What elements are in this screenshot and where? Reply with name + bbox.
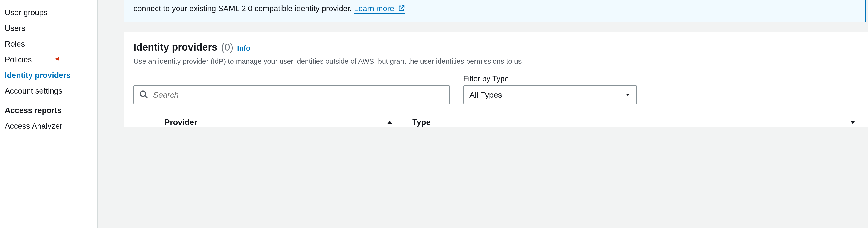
column-header-provider[interactable]: Provider (133, 118, 400, 127)
filter-label: Filter by Type (463, 74, 637, 83)
column-header-type[interactable]: Type (400, 118, 858, 127)
sidebar-item-account-settings[interactable]: Account settings (5, 83, 97, 99)
info-banner: connect to your existing SAML 2.0 compat… (124, 0, 866, 22)
sidebar-item-roles[interactable]: Roles (5, 36, 97, 52)
panel-count: (0) (221, 42, 233, 53)
svg-marker-5 (388, 120, 392, 124)
search-input[interactable] (133, 85, 450, 104)
svg-marker-4 (626, 93, 630, 96)
panel-header: Identity providers (0) Info (133, 42, 858, 53)
search-wrapper (133, 85, 450, 104)
filter-type-select[interactable]: All Types (463, 85, 637, 104)
column-label: Type (412, 118, 431, 127)
panel-title: Identity providers (133, 42, 217, 53)
info-banner-text: connect to your existing SAML 2.0 compat… (133, 4, 354, 13)
sidebar: User groups Users Roles Policies Identit… (0, 0, 98, 228)
external-link-icon (398, 3, 405, 15)
table-header: Provider Type (133, 111, 858, 127)
svg-point-2 (141, 91, 146, 97)
controls-row: Filter by Type All Types (133, 74, 858, 104)
info-link[interactable]: Info (237, 44, 250, 52)
panel-description: Use an identity provider (IdP) to manage… (133, 57, 858, 65)
sidebar-section-access-reports: Access reports (5, 99, 97, 118)
sidebar-item-users[interactable]: Users (5, 21, 97, 36)
sort-asc-icon (386, 119, 393, 125)
filter-wrapper: Filter by Type All Types (463, 74, 637, 104)
sidebar-item-policies[interactable]: Policies (5, 52, 97, 68)
column-label: Provider (164, 118, 197, 127)
sidebar-item-access-analyzer[interactable]: Access Analyzer (5, 118, 97, 134)
sort-icon (850, 119, 856, 125)
learn-more-link[interactable]: Learn more (354, 4, 405, 13)
svg-line-3 (145, 96, 147, 98)
search-icon (139, 90, 148, 100)
main-content: connect to your existing SAML 2.0 compat… (98, 0, 868, 228)
identity-providers-panel: Identity providers (0) Info Use an ident… (124, 32, 868, 127)
svg-marker-6 (850, 121, 855, 124)
sidebar-item-user-groups[interactable]: User groups (5, 5, 97, 21)
caret-down-icon (625, 90, 631, 100)
filter-selected-value: All Types (469, 90, 502, 100)
sidebar-item-identity-providers[interactable]: Identity providers (5, 68, 97, 83)
